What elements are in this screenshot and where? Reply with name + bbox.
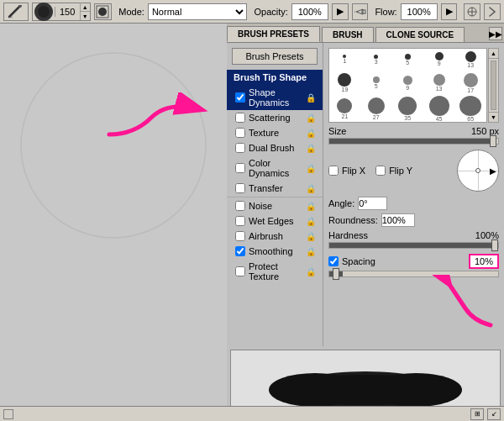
mode-select[interactable]: Normal: [148, 3, 248, 20]
hardness-label: Hardness: [328, 230, 368, 240]
svg-point-14: [273, 375, 458, 405]
option-wet-edges[interactable]: Wet Edges 🔒: [227, 213, 323, 229]
option-protect-texture[interactable]: Protect Texture 🔒: [227, 259, 323, 284]
size-up-btn[interactable]: ▲: [81, 3, 90, 12]
tab-brush-presets[interactable]: BRUSH PRESETS: [227, 26, 320, 42]
dual-brush-label: Dual Brush: [249, 143, 294, 153]
angle-input[interactable]: [358, 197, 387, 210]
roundness-row: Roundness:: [328, 213, 499, 227]
brush-grid-row-2: 19 5 9 13: [329, 71, 487, 96]
brush-cell-13b[interactable]: 13: [423, 71, 454, 96]
airbrush-option-checkbox[interactable]: [235, 231, 245, 241]
option-color-dynamics[interactable]: Color Dynamics 🔒: [227, 155, 323, 181]
transfer-checkbox[interactable]: [235, 183, 245, 193]
brush-cell-35[interactable]: 35: [391, 96, 423, 123]
color-dynamics-label: Color Dynamics: [249, 158, 306, 178]
option-airbrush[interactable]: Airbrush 🔒: [227, 229, 323, 244]
option-shape-dynamics[interactable]: Shape Dynamics 🔒: [227, 85, 323, 110]
status-icon-1[interactable]: ⊞: [470, 408, 484, 420]
noise-lock: 🔒: [306, 202, 316, 211]
brush-cell-17[interactable]: 17: [454, 71, 486, 96]
option-noise[interactable]: Noise 🔒: [227, 197, 323, 213]
brush-cell-5b[interactable]: 5: [360, 71, 391, 96]
opacity-label: Opacity:: [254, 7, 287, 17]
dual-brush-lock: 🔒: [306, 144, 316, 153]
wet-edges-checkbox[interactable]: [235, 216, 245, 226]
option-smoothing[interactable]: Smoothing 🔒: [227, 244, 323, 259]
noise-checkbox[interactable]: [235, 201, 245, 211]
size-slider[interactable]: [328, 138, 499, 145]
brush-cell-21[interactable]: 21: [329, 96, 360, 123]
color-dynamics-lock: 🔒: [306, 164, 316, 173]
spacing-label: Spacing: [342, 256, 375, 266]
option-dual-brush[interactable]: Dual Brush 🔒: [227, 140, 323, 155]
spacing-value-box: 10%: [469, 254, 499, 269]
roundness-input[interactable]: [381, 213, 415, 227]
flip-x-checkbox[interactable]: [328, 166, 339, 176]
option-texture[interactable]: Texture 🔒: [227, 125, 323, 140]
brush-tip-shape-header[interactable]: Brush Tip Shape: [227, 70, 323, 85]
texture-checkbox[interactable]: [235, 128, 245, 138]
tab-brush[interactable]: BRUSH: [322, 27, 374, 42]
brush-cell-27[interactable]: 27: [360, 96, 391, 123]
opacity-increase-btn[interactable]: ▶: [332, 3, 349, 20]
panel-expand-btn[interactable]: ▶▶: [489, 27, 502, 40]
hardness-slider-thumb[interactable]: [491, 239, 498, 251]
brush-grid-row-3: 21 27 35 45: [329, 96, 487, 123]
opacity-input[interactable]: [291, 3, 328, 20]
spacing-slider[interactable]: [328, 271, 499, 277]
color-dynamics-checkbox[interactable]: [235, 163, 245, 173]
scroll-thumb[interactable]: [491, 61, 496, 110]
brush-cell-3[interactable]: 3: [360, 49, 391, 71]
wet-edges-lock: 🔒: [306, 217, 316, 226]
canvas-area[interactable]: [0, 24, 227, 406]
svg-line-0: [9, 7, 19, 17]
brush-cell-1[interactable]: 1: [329, 49, 360, 71]
option-scattering[interactable]: Scattering 🔒: [227, 110, 323, 125]
flow-increase-btn[interactable]: ▶: [441, 3, 458, 20]
svg-point-3: [98, 8, 107, 16]
brush-list-section: Brush Presets Brush Tip Shape Shape Dyna…: [227, 43, 323, 346]
smoothing-checkbox[interactable]: [235, 246, 245, 256]
flip-y-checkbox[interactable]: [375, 166, 386, 176]
hardness-slider[interactable]: [328, 242, 499, 249]
brush-cell-65[interactable]: 65: [454, 96, 486, 123]
brush-cell-19[interactable]: 19: [329, 71, 360, 96]
protect-texture-checkbox[interactable]: [235, 266, 245, 276]
dual-brush-checkbox[interactable]: [235, 143, 245, 153]
angle-wheel[interactable]: ▶: [457, 150, 499, 192]
texture-lock: 🔒: [306, 129, 316, 138]
brush-cell-5[interactable]: 5: [391, 49, 423, 71]
brush-shape-icon[interactable]: [94, 3, 113, 20]
scattering-lock: 🔒: [306, 113, 316, 123]
scroll-down-btn[interactable]: ▼: [489, 112, 498, 122]
spacing-slider-thumb[interactable]: [333, 268, 339, 280]
smoothing-lock: 🔒: [306, 247, 316, 256]
extra-icon-2[interactable]: [484, 3, 501, 20]
brush-settings-panel: 1 3 5 9: [323, 43, 504, 346]
tab-clone-source[interactable]: CLONE SOURCE: [375, 27, 465, 42]
brush-grid-row-1: 1 3 5 9: [329, 49, 487, 71]
size-slider-thumb[interactable]: [490, 135, 496, 147]
shape-dynamics-checkbox[interactable]: [235, 92, 245, 103]
scroll-up-btn[interactable]: ▲: [489, 49, 498, 59]
status-icon-2[interactable]: ↙: [487, 408, 501, 420]
airbrush-icon[interactable]: [352, 3, 369, 20]
circle-annotation: [8, 40, 218, 250]
brush-presets-button[interactable]: Brush Presets: [232, 48, 318, 65]
status-menu-btn[interactable]: [3, 409, 13, 419]
brush-tool-icon[interactable]: [3, 3, 29, 21]
brush-cell-13[interactable]: 13: [454, 49, 486, 71]
brush-cell-9[interactable]: 9: [423, 49, 454, 71]
option-transfer[interactable]: Transfer 🔒: [227, 181, 323, 196]
brush-cell-9b[interactable]: 9: [391, 71, 423, 96]
spacing-checkbox[interactable]: [328, 256, 339, 266]
brush-grid-table: 1 3 5 9: [328, 48, 487, 123]
brush-cell-45[interactable]: 45: [423, 96, 454, 123]
extra-icon-1[interactable]: [464, 3, 480, 20]
flow-input[interactable]: [401, 3, 438, 20]
scattering-checkbox[interactable]: [235, 113, 245, 123]
protect-texture-lock: 🔒: [306, 267, 316, 276]
mode-label: Mode:: [118, 7, 144, 17]
size-down-btn[interactable]: ▼: [81, 12, 90, 20]
